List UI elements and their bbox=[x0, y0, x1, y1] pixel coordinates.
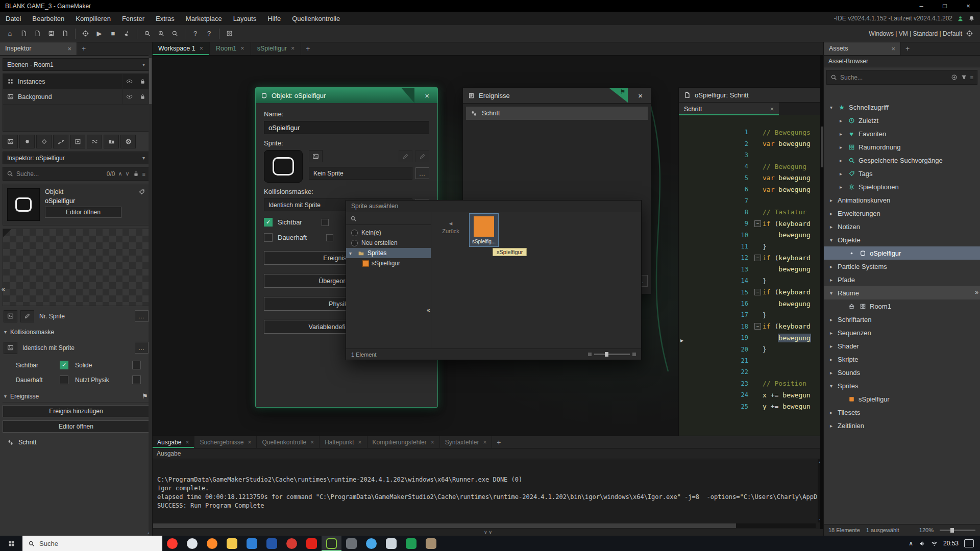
target-button[interactable] bbox=[79, 27, 92, 40]
sprite-select[interactable]: Kein Sprite bbox=[309, 167, 412, 180]
output-tab-ausgabe[interactable]: Ausgabe× bbox=[152, 436, 194, 448]
chevron-right-icon[interactable]: ▸ bbox=[838, 171, 844, 177]
menu-item-fenster[interactable]: Fenster bbox=[116, 15, 150, 22]
chevron-right-icon[interactable]: ▸ bbox=[828, 330, 835, 336]
zoom-out-button[interactable] bbox=[140, 27, 154, 40]
console-hscrollbar[interactable] bbox=[153, 523, 816, 528]
menu-item-marketplace[interactable]: Marketplace bbox=[180, 15, 228, 22]
close-icon[interactable]: × bbox=[248, 439, 251, 446]
tab-inspektor[interactable]: Inspektor × bbox=[0, 42, 77, 55]
asset-skripte[interactable]: ▸Skripte bbox=[824, 353, 980, 366]
sprite-thumbnail-cell[interactable]: sSpielfig... bbox=[469, 213, 499, 247]
output-tab-haltepunkt[interactable]: Haltepunkt× bbox=[320, 436, 367, 448]
clean-button[interactable] bbox=[120, 27, 134, 40]
speaker-icon[interactable] bbox=[919, 540, 925, 547]
taskbar-app-firefox[interactable] bbox=[202, 536, 222, 551]
add-tab-button[interactable]: + bbox=[77, 42, 90, 55]
tray-expand-icon[interactable]: ∧ bbox=[909, 540, 913, 547]
workspace-tab-room1[interactable]: Room1× bbox=[210, 42, 251, 55]
network-icon[interactable] bbox=[931, 540, 938, 547]
close-icon[interactable]: × bbox=[770, 106, 774, 113]
stop-button[interactable]: ■ bbox=[106, 27, 120, 40]
close-icon[interactable]: × bbox=[310, 439, 314, 446]
minimize-button[interactable]: – bbox=[910, 0, 933, 12]
chevron-down-icon[interactable]: ▾ bbox=[828, 237, 835, 243]
layers-dropdown[interactable]: Ebenen - Room1 ▾ bbox=[3, 58, 150, 71]
chevron-right-icon[interactable]: ▸ bbox=[828, 423, 835, 429]
collapse-tree-handle[interactable]: « bbox=[427, 307, 430, 314]
target-icon[interactable] bbox=[966, 30, 973, 37]
asset-layer-button[interactable] bbox=[19, 135, 35, 148]
chevron-right-icon[interactable]: ▸ bbox=[828, 410, 835, 415]
chevron-down-icon[interactable]: ▾ bbox=[828, 383, 835, 389]
filter-icon[interactable] bbox=[961, 74, 967, 81]
taskbar-app-antivirus[interactable] bbox=[282, 536, 302, 551]
add-event-button[interactable]: Ereignis hinzufügen bbox=[3, 405, 150, 417]
asset-r-ume[interactable]: ▾Räume bbox=[824, 286, 980, 299]
chevron-down-icon[interactable]: ▾ bbox=[828, 290, 835, 296]
chevron-right-icon[interactable]: ▸ bbox=[838, 118, 844, 123]
persistent-checkbox[interactable] bbox=[264, 233, 273, 242]
checkbox-dauerhaft[interactable] bbox=[60, 375, 68, 384]
add-output-tab-button[interactable]: + bbox=[492, 436, 505, 448]
visible-extra-checkbox[interactable] bbox=[322, 219, 329, 226]
asset-tags[interactable]: ▸Tags bbox=[824, 167, 980, 180]
events-window-header[interactable]: Ereignisse ⚑ × bbox=[463, 88, 651, 104]
tree-item-sprites[interactable]: ▾Sprites bbox=[346, 248, 431, 258]
chevron-right-icon[interactable]: ▸ bbox=[838, 158, 844, 163]
delete-layer-button[interactable] bbox=[120, 135, 136, 148]
open-event-editor-button[interactable]: Editor öffnen bbox=[3, 420, 150, 433]
chevron-right-icon[interactable]: ▸ bbox=[828, 224, 835, 230]
collapse-panel-handle[interactable]: « bbox=[2, 286, 5, 293]
path-layer-button[interactable] bbox=[53, 135, 68, 148]
chevron-right-icon[interactable]: ▸ bbox=[828, 277, 835, 283]
menu-item-datei[interactable]: Datei bbox=[0, 15, 27, 22]
taskbar-app-app-gray[interactable] bbox=[341, 536, 361, 551]
output-tab-quellenkontrolle[interactable]: Quellenkontrolle× bbox=[257, 436, 320, 448]
close-icon[interactable]: × bbox=[291, 45, 295, 52]
import-doc-button[interactable] bbox=[31, 27, 44, 40]
sprite-preview[interactable] bbox=[264, 150, 303, 183]
eye-icon[interactable] bbox=[122, 74, 136, 89]
chevron-right-icon[interactable]: ▸ bbox=[838, 131, 844, 137]
add-asset-icon[interactable] bbox=[951, 74, 958, 81]
notification-center-icon[interactable] bbox=[964, 539, 974, 547]
tab-assets[interactable]: Assets × bbox=[824, 42, 901, 55]
menu-item-extras[interactable]: Extras bbox=[150, 15, 180, 22]
fold-toggle-icon[interactable]: − bbox=[754, 323, 763, 330]
asset-pfade[interactable]: ▸Pfade bbox=[824, 273, 980, 286]
home-button[interactable]: ⌂ bbox=[3, 27, 17, 40]
notifications-icon[interactable] bbox=[968, 15, 975, 22]
new-doc-button[interactable] bbox=[17, 27, 31, 40]
add-workspace-button[interactable]: + bbox=[301, 42, 314, 55]
chevron-right-icon[interactable]: ▸ bbox=[828, 370, 835, 375]
asset-tilesets[interactable]: ▸Tilesets bbox=[824, 406, 980, 419]
inspector-scrollbar[interactable] bbox=[149, 55, 152, 536]
event-schritt[interactable]: Schritt bbox=[466, 107, 648, 120]
asset-animationskurven[interactable]: ▸Animationskurven bbox=[824, 193, 980, 207]
edit-sprite-icon[interactable] bbox=[399, 150, 412, 162]
asset-schnellzugriff[interactable]: ▾★Schnellzugriff bbox=[824, 101, 980, 114]
export-doc-button[interactable] bbox=[58, 27, 72, 40]
asset-schriftarten[interactable]: ▸Schriftarten bbox=[824, 313, 980, 326]
inspector-target-dropdown[interactable]: Inspektor: oSpielfigur ▾ bbox=[3, 152, 150, 164]
close-icon[interactable]: × bbox=[358, 439, 362, 446]
taskbar-app-gamemaker[interactable] bbox=[322, 536, 341, 551]
output-tab-kompilierungsfehler[interactable]: Kompilierungsfehler× bbox=[368, 436, 440, 448]
maximize-button[interactable]: □ bbox=[933, 0, 957, 12]
sprite-browse-button[interactable]: ... bbox=[135, 310, 149, 322]
add-tab-button[interactable]: + bbox=[901, 42, 914, 55]
search-prev-icon[interactable]: ∧ bbox=[118, 170, 122, 177]
close-icon[interactable]: × bbox=[483, 439, 486, 446]
asset-raumordnung[interactable]: ▸Raumordnung bbox=[824, 140, 980, 154]
asset-ospielfigur[interactable]: oSpielfigur bbox=[824, 246, 980, 260]
lock-icon[interactable] bbox=[136, 74, 149, 89]
menu-item-quellenkontrolle[interactable]: Quellenkontrolle bbox=[286, 15, 346, 22]
tab-schritt[interactable]: Schritt × bbox=[679, 103, 779, 115]
menu-item-layouts[interactable]: Layouts bbox=[228, 15, 262, 22]
taskbar-search[interactable]: Suche bbox=[22, 536, 162, 551]
workspace-tab-sspielfigur[interactable]: sSpielfigur× bbox=[251, 42, 302, 55]
slider-thumb[interactable] bbox=[605, 352, 608, 357]
taskbar-app-spreadsheet[interactable] bbox=[401, 536, 421, 551]
asset-sequenzen[interactable]: ▸Sequenzen bbox=[824, 326, 980, 339]
